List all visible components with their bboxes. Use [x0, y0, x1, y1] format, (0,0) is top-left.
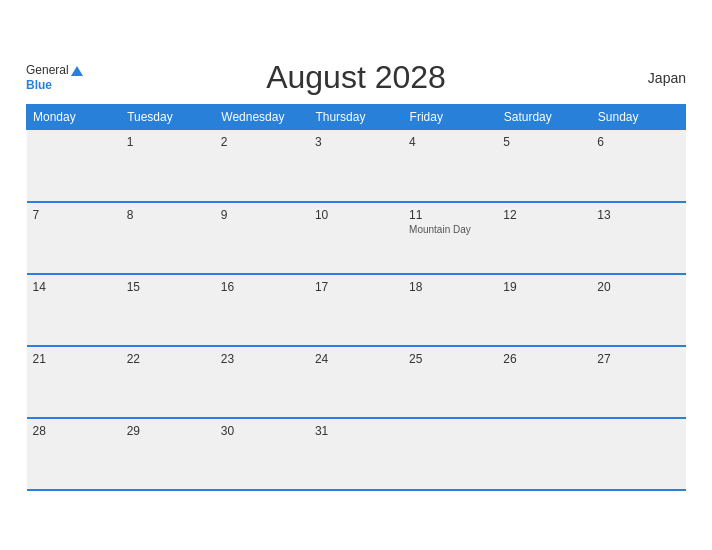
table-row: 1	[121, 130, 215, 202]
day-number: 3	[315, 135, 397, 149]
table-row: 4	[403, 130, 497, 202]
day-number: 13	[597, 208, 679, 222]
day-number: 22	[127, 352, 209, 366]
table-row: 3	[309, 130, 403, 202]
table-row: 5	[497, 130, 591, 202]
calendar-week-row: 28293031	[27, 418, 686, 490]
table-row: 30	[215, 418, 309, 490]
table-row: 29	[121, 418, 215, 490]
header-monday: Monday	[27, 105, 121, 130]
calendar-header: General Blue August 2028 Japan	[26, 59, 686, 96]
calendar-week-row: 14151617181920	[27, 274, 686, 346]
table-row: 12	[497, 202, 591, 274]
header-friday: Friday	[403, 105, 497, 130]
table-row	[591, 418, 685, 490]
table-row: 19	[497, 274, 591, 346]
table-row: 8	[121, 202, 215, 274]
calendar-week-row: 21222324252627	[27, 346, 686, 418]
day-number: 14	[33, 280, 115, 294]
table-row: 21	[27, 346, 121, 418]
day-number: 26	[503, 352, 585, 366]
day-number: 4	[409, 135, 491, 149]
day-number: 18	[409, 280, 491, 294]
day-number: 31	[315, 424, 397, 438]
table-row: 28	[27, 418, 121, 490]
logo-triangle-icon	[71, 66, 83, 76]
calendar-week-row: 7891011Mountain Day1213	[27, 202, 686, 274]
table-row: 18	[403, 274, 497, 346]
header-wednesday: Wednesday	[215, 105, 309, 130]
day-number: 11	[409, 208, 491, 222]
day-number: 29	[127, 424, 209, 438]
header-tuesday: Tuesday	[121, 105, 215, 130]
day-number: 19	[503, 280, 585, 294]
table-row: 26	[497, 346, 591, 418]
country-label: Japan	[648, 70, 686, 86]
table-row: 20	[591, 274, 685, 346]
table-row: 14	[27, 274, 121, 346]
logo-general-text: General	[26, 63, 83, 77]
month-title: August 2028	[266, 59, 446, 96]
logo-blue-text: Blue	[26, 78, 52, 92]
calendar-container: General Blue August 2028 Japan Monday Tu…	[11, 49, 701, 501]
weekday-header-row: Monday Tuesday Wednesday Thursday Friday…	[27, 105, 686, 130]
table-row: 13	[591, 202, 685, 274]
table-row	[27, 130, 121, 202]
day-number: 30	[221, 424, 303, 438]
header-thursday: Thursday	[309, 105, 403, 130]
day-number: 17	[315, 280, 397, 294]
calendar-table: Monday Tuesday Wednesday Thursday Friday…	[26, 104, 686, 491]
table-row	[497, 418, 591, 490]
logo: General Blue	[26, 63, 83, 92]
table-row: 11Mountain Day	[403, 202, 497, 274]
table-row: 9	[215, 202, 309, 274]
day-number: 5	[503, 135, 585, 149]
header-saturday: Saturday	[497, 105, 591, 130]
day-number: 16	[221, 280, 303, 294]
calendar-week-row: 123456	[27, 130, 686, 202]
table-row: 31	[309, 418, 403, 490]
day-number: 12	[503, 208, 585, 222]
table-row: 25	[403, 346, 497, 418]
day-number: 2	[221, 135, 303, 149]
table-row: 7	[27, 202, 121, 274]
table-row: 23	[215, 346, 309, 418]
day-number: 24	[315, 352, 397, 366]
day-number: 27	[597, 352, 679, 366]
table-row: 6	[591, 130, 685, 202]
table-row: 2	[215, 130, 309, 202]
day-number: 9	[221, 208, 303, 222]
day-number: 15	[127, 280, 209, 294]
table-row: 27	[591, 346, 685, 418]
day-number: 21	[33, 352, 115, 366]
table-row: 15	[121, 274, 215, 346]
table-row: 17	[309, 274, 403, 346]
day-number: 10	[315, 208, 397, 222]
table-row: 10	[309, 202, 403, 274]
header-sunday: Sunday	[591, 105, 685, 130]
day-number: 6	[597, 135, 679, 149]
holiday-label: Mountain Day	[409, 224, 491, 235]
table-row: 22	[121, 346, 215, 418]
table-row: 16	[215, 274, 309, 346]
day-number: 1	[127, 135, 209, 149]
day-number: 25	[409, 352, 491, 366]
day-number: 20	[597, 280, 679, 294]
day-number: 7	[33, 208, 115, 222]
day-number: 28	[33, 424, 115, 438]
day-number: 8	[127, 208, 209, 222]
day-number: 23	[221, 352, 303, 366]
table-row	[403, 418, 497, 490]
table-row: 24	[309, 346, 403, 418]
